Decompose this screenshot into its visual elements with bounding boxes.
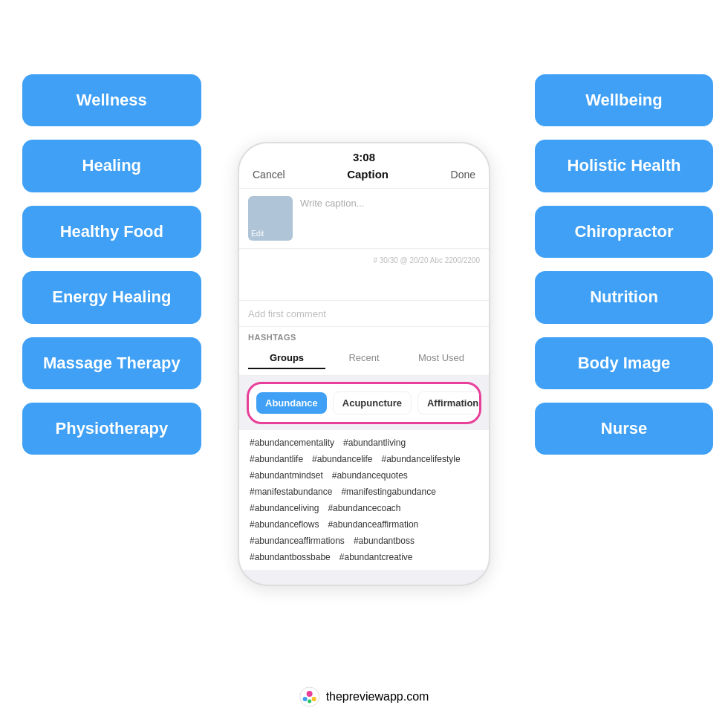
nav-title: Caption	[347, 168, 389, 181]
hashtag-item[interactable]: #abundantbossbabe	[250, 552, 331, 562]
hashtag-item[interactable]: #abundanceflows	[250, 519, 319, 530]
hashtag-tabs: Groups Recent Most Used	[239, 345, 489, 376]
hashtag-row-6: #abundanceaffirmations #abundantboss	[250, 533, 478, 549]
tag-btn-body-image[interactable]: Body Image	[535, 337, 713, 389]
hashtag-item[interactable]: #abundancelifestyle	[381, 454, 460, 464]
tag-btn-energy-healing[interactable]: Energy Healing	[22, 271, 201, 323]
pill-affirmation[interactable]: Affirmation	[417, 391, 481, 415]
comment-area[interactable]: Add first comment	[239, 301, 489, 327]
hashtag-item[interactable]: #abundancementality	[250, 438, 334, 448]
hashtag-item[interactable]: #abundanceliving	[250, 503, 319, 513]
time-display: 3:08	[353, 151, 375, 163]
phone-body: 3:08 Cancel Caption Done Edit Write capt…	[238, 142, 490, 586]
caption-thumbnail: Edit	[248, 196, 293, 241]
app-logo-icon	[299, 686, 320, 707]
hashtag-item[interactable]: #abundantboss	[354, 536, 415, 546]
tag-btn-wellness[interactable]: Wellness	[22, 74, 201, 126]
edit-label[interactable]: Edit	[251, 230, 264, 238]
tag-btn-physiotherapy[interactable]: Physiotherapy	[22, 403, 201, 455]
hashtag-row-2: #abundantmindset #abundancequotes	[250, 467, 478, 484]
hashtag-item[interactable]: #abundancelife	[312, 454, 372, 464]
hashtag-row-5: #abundanceflows #abundanceaffirmation	[250, 516, 478, 533]
hashtag-row-7: #abundantbossbabe #abundantcreative	[250, 549, 478, 565]
phone-mockup: 3:08 Cancel Caption Done Edit Write capt…	[238, 142, 490, 586]
svg-point-1	[307, 691, 313, 697]
hashtag-row-3: #manifestabundance #manifestingabundance	[250, 484, 478, 500]
right-tag-column: Wellbeing Holistic Health Chiropractor N…	[535, 74, 713, 455]
hashtag-item[interactable]: #manifestabundance	[250, 487, 332, 497]
hashtag-item[interactable]: #abundancequotes	[332, 470, 408, 481]
caption-placeholder: Write caption...	[300, 195, 364, 209]
hashtag-item[interactable]: #abundancecoach	[328, 503, 400, 513]
tab-recent[interactable]: Recent	[325, 348, 403, 369]
hashtag-list: #abundancementality #abundantliving #abu…	[239, 430, 489, 570]
status-bar: 3:08	[239, 143, 489, 166]
hashtags-label: HASHTAGS	[239, 327, 489, 345]
tag-btn-wellbeing[interactable]: Wellbeing	[535, 74, 713, 126]
tab-most-used[interactable]: Most Used	[403, 348, 480, 369]
page-wrapper: Wellness Healing Healthy Food Energy Hea…	[0, 0, 728, 728]
tag-btn-holistic-health[interactable]: Holistic Health	[535, 140, 713, 192]
caption-counters: # 30/30 @ 20/20 Abc 2200/2200	[248, 253, 480, 264]
tag-btn-chiropractor[interactable]: Chiropractor	[535, 206, 713, 258]
group-pills-container: Abundance Acupuncture Affirmation Ankle	[247, 382, 481, 424]
caption-text-area[interactable]: Write caption...	[300, 196, 480, 241]
caption-area: Edit Write caption...	[239, 189, 489, 249]
tag-btn-healthy-food[interactable]: Healthy Food	[22, 206, 201, 258]
tag-btn-healing[interactable]: Healing	[22, 140, 201, 192]
svg-point-2	[303, 697, 308, 701]
svg-point-4	[308, 700, 311, 703]
svg-point-3	[312, 697, 316, 701]
hashtag-item[interactable]: #manifestingabundance	[341, 487, 435, 497]
tab-groups[interactable]: Groups	[248, 348, 325, 369]
bottom-logo: thepreviewapp.com	[299, 686, 429, 707]
done-button[interactable]: Done	[451, 169, 475, 181]
tag-btn-nutrition[interactable]: Nutrition	[535, 271, 713, 323]
left-tag-column: Wellness Healing Healthy Food Energy Hea…	[22, 74, 201, 455]
hashtag-item[interactable]: #abundanceaffirmations	[250, 536, 345, 546]
hashtag-item[interactable]: #abundanceaffirmation	[328, 519, 418, 530]
pill-abundance[interactable]: Abundance	[256, 392, 327, 414]
hashtag-row-4: #abundanceliving #abundancecoach	[250, 500, 478, 516]
tag-btn-nurse[interactable]: Nurse	[535, 403, 713, 455]
hashtag-item[interactable]: #abundantmindset	[250, 470, 323, 481]
hashtag-item[interactable]: #abundantliving	[343, 438, 406, 448]
tag-btn-massage-therapy[interactable]: Massage Therapy	[22, 337, 201, 389]
phone-nav-bar: Cancel Caption Done	[239, 166, 489, 189]
pill-acupuncture[interactable]: Acupuncture	[333, 391, 412, 415]
hashtag-row-1: #abundantlife #abundancelife #abundancel…	[250, 451, 478, 467]
logo-text: thepreviewapp.com	[326, 690, 429, 703]
hashtag-row-0: #abundancementality #abundantliving	[250, 435, 478, 451]
hashtag-item[interactable]: #abundantlife	[250, 454, 303, 464]
comment-placeholder: Add first comment	[248, 308, 326, 319]
hashtag-item[interactable]: #abundantcreative	[339, 552, 413, 562]
caption-meta-area: # 30/30 @ 20/20 Abc 2200/2200	[239, 249, 489, 301]
cancel-button[interactable]: Cancel	[253, 169, 285, 181]
